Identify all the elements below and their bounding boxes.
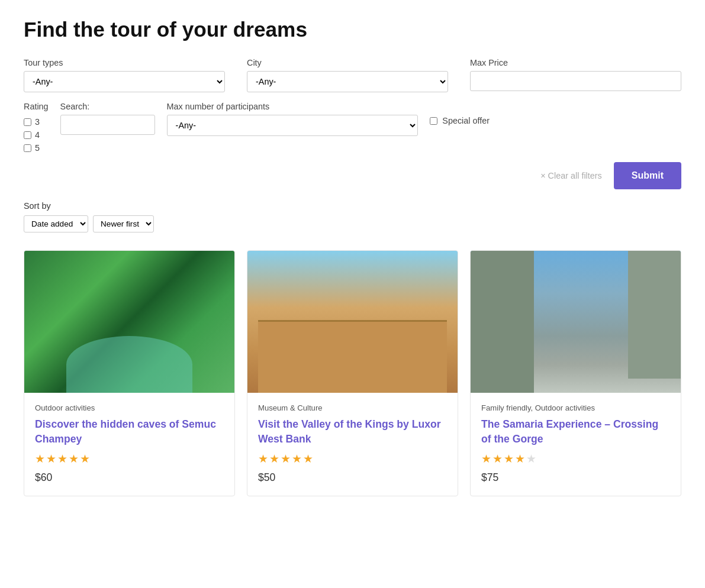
search-filter: Search: [60,102,155,135]
max-participants-filter: Max number of participants -Any- [167,102,419,136]
rating-4-checkbox[interactable] [24,131,31,139]
sort-by-select[interactable]: Date added [24,215,88,232]
city-select[interactable]: -Any- [247,71,448,92]
special-offer-label: Special offer [442,116,490,125]
star-5: ★ [303,452,313,466]
max-participants-label: Max number of participants [167,102,419,111]
star-2: ★ [492,452,503,466]
tour-type: Family friendly, Outdoor activities [481,403,670,412]
tour-types-label: Tour types [24,58,235,67]
sort-order-select[interactable]: Newer first [93,215,154,232]
max-price-input[interactable] [470,71,681,91]
rating-5-label[interactable]: 5 [24,143,49,153]
star-5: ★ [80,452,90,466]
clear-filters-button[interactable]: × Clear all filters [540,171,602,180]
special-offer-filter: Special offer [430,102,681,125]
tour-types-select[interactable]: -Any- [24,71,225,92]
rating-label: Rating [24,102,49,111]
tour-stars: ★ ★ ★ ★ ★ [258,452,447,466]
star-4: ★ [515,452,525,466]
star-3: ★ [57,452,67,466]
tour-types-filter: Tour types -Any- [24,58,235,92]
special-offer-checkbox[interactable] [430,117,437,125]
tour-price: $60 [35,471,224,484]
star-3: ★ [281,452,291,466]
tour-image-gorge [471,251,681,393]
submit-button[interactable]: Submit [614,162,681,189]
rating-3-label[interactable]: 3 [24,117,49,127]
search-label: Search: [60,102,155,111]
max-price-label: Max Price [470,58,681,67]
tour-stars: ★ ★ ★ ★ ★ [35,452,224,466]
tour-card: Family friendly, Outdoor activities The … [470,250,681,496]
tour-image-kings [247,251,458,393]
star-5: ★ [526,452,536,466]
star-4: ★ [292,452,302,466]
filter-section: Tour types -Any- City -Any- Max Price Ra… [24,58,681,189]
star-1: ★ [481,452,491,466]
max-participants-select[interactable]: -Any- [167,115,419,136]
page-title: Find the tour of your dreams [24,18,681,41]
tour-title[interactable]: Discover the hidden caves of Semuc Champ… [35,417,224,446]
rating-3-checkbox[interactable] [24,118,31,126]
tour-stars: ★ ★ ★ ★ ★ [481,452,670,466]
tour-title[interactable]: Visit the Valley of the Kings by Luxor W… [258,417,447,446]
star-1: ★ [258,452,268,466]
tour-price: $75 [481,471,670,484]
tour-card: Outdoor activities Discover the hidden c… [24,250,235,496]
tours-grid: Outdoor activities Discover the hidden c… [24,250,681,496]
sort-section: Sort by Date added Newer first [24,201,681,232]
tour-type: Museum & Culture [258,403,447,412]
tour-price: $50 [258,471,447,484]
sort-controls: Date added Newer first [24,215,681,232]
star-4: ★ [69,452,79,466]
filter-actions: × Clear all filters Submit [24,162,681,189]
star-1: ★ [35,452,45,466]
star-2: ★ [46,452,56,466]
rating-4-label[interactable]: 4 [24,130,49,140]
star-3: ★ [504,452,514,466]
sort-label: Sort by [24,201,681,211]
tour-title[interactable]: The Samaria Experience – Crossing of the… [481,417,670,446]
tour-type: Outdoor activities [35,403,224,412]
search-input[interactable] [60,115,155,135]
rating-filter: Rating 3 4 5 [24,102,49,153]
star-2: ★ [269,452,279,466]
city-filter: City -Any- [247,58,458,92]
tour-card: Museum & Culture Visit the Valley of the… [247,250,458,496]
rating-5-checkbox[interactable] [24,144,31,152]
max-price-filter: Max Price [470,58,681,92]
tour-image-cave [24,251,234,393]
city-label: City [247,58,458,67]
